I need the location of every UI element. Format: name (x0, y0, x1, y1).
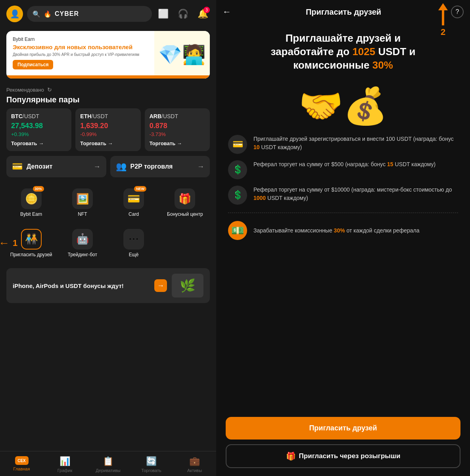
quick-item-trading-bot[interactable]: 🤖 Трейдинг-бот (58, 224, 107, 263)
bybit-earn-label: Bybit Earn (20, 211, 42, 218)
card-icon-wrap: 💳 NEW (123, 188, 144, 209)
nav-chart-label: График (58, 468, 73, 473)
nav-assets[interactable]: 💼 Активы (173, 455, 216, 474)
right-panel: ← Пригласить друзей 2 ? Приглашайте друз… (216, 0, 470, 476)
nav-assets-label: Активы (187, 468, 202, 473)
pair-name-btc: BTC/USDT (11, 113, 67, 119)
quick-item-invite[interactable]: ← 1 🧑‍🤝‍🧑 Пригласить друзей (6, 224, 56, 263)
back-button[interactable]: ← (223, 7, 231, 17)
section-title: Популярные пары (0, 94, 216, 108)
invite-icon-wrap: 🧑‍🤝‍🧑 (21, 229, 42, 250)
promotional-banner: Bybit Earn Эксклюзивно для новых пользов… (6, 31, 210, 79)
promo-arrow-button[interactable]: → (154, 279, 167, 292)
right-panel-title: Пригласить друзей (236, 8, 451, 17)
quick-access-grid: 🪙 30% Bybit Earn 🖼️ NFT 💳 NEW Card 🎁 Бон… (0, 184, 216, 263)
promo-image: 🌿 (172, 274, 203, 298)
chart-icon: 📊 (59, 456, 70, 466)
left-panel: 👤 🔍 🔥 CYBER ⬜ 🎧 🔔 3 Bybit Earn Эксклюзив… (0, 0, 216, 476)
up-arrow-shaft (442, 10, 444, 25)
invite-raffle-button[interactable]: 🎁 Пригласить через розыгрыши (226, 444, 460, 468)
quick-item-bybit-earn[interactable]: 🪙 30% Bybit Earn (6, 184, 56, 223)
hero-title-line2-before: заработайте до (271, 46, 350, 58)
nav-home[interactable]: CEX Главная (0, 455, 43, 474)
pair-trade-btc[interactable]: Торговать → (11, 140, 67, 146)
deposit-button[interactable]: 💳 Депозит → (6, 156, 106, 177)
quick-item-bonus[interactable]: 🎁 Бонусный центр (160, 184, 210, 223)
hero-illustration: 🤝💰 (216, 77, 470, 131)
promo-text: iPhone, AirPods и USDT бонусы ждут! (13, 282, 154, 289)
step-1-highlight: 10 (253, 144, 260, 150)
pair-trade-arb[interactable]: Торговать → (150, 140, 205, 146)
hero-percent: 30% (372, 59, 393, 71)
quick-item-nft[interactable]: 🖼️ NFT (58, 184, 107, 223)
avatar[interactable]: 👤 (6, 6, 23, 22)
pair-price-arb: 0.878 (150, 122, 205, 130)
help-button[interactable]: ? (451, 6, 464, 18)
banner-big-title: Эксклюзивно для новых пользователей (13, 44, 148, 51)
invite-icon: 🧑‍🤝‍🧑 (25, 233, 38, 245)
steps-divider (228, 213, 458, 213)
recommended-label: Рекомендовано (6, 87, 44, 93)
invite-label: Пригласить друзей (10, 252, 52, 258)
p2p-label: P2P торговля (130, 163, 173, 170)
hero-section: Приглашайте друзей и заработайте до 1025… (216, 24, 470, 77)
derivatives-icon: 📋 (103, 456, 113, 466)
pair-name-eth: ETH/USDT (80, 113, 136, 119)
card-badge: NEW (134, 186, 146, 192)
bonus-icon-wrap: 🎁 (175, 188, 195, 209)
commission-step: 💵 Зарабатывайте комиссионные 30% от кажд… (228, 221, 458, 240)
more-label: Ещё (129, 252, 139, 258)
search-text: CYBER (55, 10, 79, 17)
hero-title: Приглашайте друзей и заработайте до 1025… (232, 32, 454, 72)
action-buttons-row: 💳 Депозит → 👥 P2P торговля → (0, 156, 216, 177)
pair-card-eth[interactable]: ETH/USDT 1,639.20 -0.99% Торговать → (75, 108, 140, 151)
bonus-icon: 🎁 (178, 193, 191, 205)
invite-raffle-label: Пригласить через розыгрыши (299, 452, 401, 460)
promo-banner-bottom: iPhone, AirPods и USDT бонусы ждут! → 🌿 (6, 268, 210, 303)
support-button[interactable]: 🎧 (176, 7, 190, 21)
refresh-icon[interactable]: ↻ (47, 86, 52, 93)
bybit-earn-icon-wrap: 🪙 30% (21, 188, 42, 209)
cta-section: Пригласить друзей 🎁 Пригласить через роз… (216, 409, 470, 476)
pair-price-eth: 1,639.20 (80, 122, 136, 130)
deposit-arrow: → (94, 163, 101, 171)
nav-home-label: Главная (13, 466, 30, 471)
recommended-header: Рекомендовано ↻ (0, 82, 216, 94)
step-item-2: 💲 Реферал торгует на сумму от $500 (нагр… (228, 160, 458, 179)
fire-icon: 🔥 (44, 10, 52, 18)
p2p-button[interactable]: 👥 P2P торговля → (110, 156, 210, 177)
hero-emoji: 🤝💰 (299, 85, 388, 127)
arrow-number-1: 1 (13, 238, 17, 248)
notification-button[interactable]: 🔔 3 (196, 7, 210, 21)
p2p-icon: 👥 (116, 161, 127, 172)
nav-trade[interactable]: 🔄 Торговать (130, 455, 173, 474)
trade-icon: 🔄 (146, 456, 157, 466)
deposit-icon: 💳 (12, 161, 23, 172)
arrow-left-indicator: ← (0, 237, 10, 250)
more-icon: ⋯ (129, 233, 139, 245)
nft-label: NFT (78, 211, 87, 218)
nft-icon-wrap: 🖼️ (72, 188, 93, 209)
pair-card-arb[interactable]: ARB/USDT 0.878 -3.73% Торговать → (145, 108, 210, 151)
trading-bot-icon-wrap: 🤖 (72, 229, 93, 250)
hero-title-line3: комиссионные (293, 59, 369, 71)
steps-section: 💳 Приглашайте друзей зарегистрироваться … (216, 131, 470, 244)
pair-trade-eth[interactable]: Торговать → (80, 140, 136, 146)
hero-title-line1: Приглашайте друзей и (286, 32, 401, 44)
step-3-highlight: 1000 (253, 195, 266, 201)
quick-item-card[interactable]: 💳 NEW Card (109, 184, 159, 223)
hero-amount: 1025 (352, 46, 375, 58)
nav-chart[interactable]: 📊 График (43, 455, 86, 474)
bybit-earn-badge: 30% (33, 186, 44, 192)
banner-strip (6, 75, 210, 79)
banner-subscribe-button[interactable]: Подписаться (13, 60, 53, 69)
nav-derivatives[interactable]: 📋 Деривативы (86, 455, 130, 474)
assets-icon: 💼 (189, 456, 200, 466)
pair-card-btc[interactable]: BTC/USDT 27,543.98 +0.39% Торговать → (6, 108, 71, 151)
invite-friends-button[interactable]: Пригласить друзей (226, 417, 460, 440)
step-item-1: 💳 Приглашайте друзей зарегистрироваться … (228, 135, 458, 154)
quick-item-more[interactable]: ⋯ Ещё (109, 224, 159, 263)
header-icons: ⬜ 🎧 🔔 3 (156, 7, 210, 21)
search-bar[interactable]: 🔍 🔥 CYBER (27, 6, 152, 22)
scan-button[interactable]: ⬜ (156, 7, 170, 21)
